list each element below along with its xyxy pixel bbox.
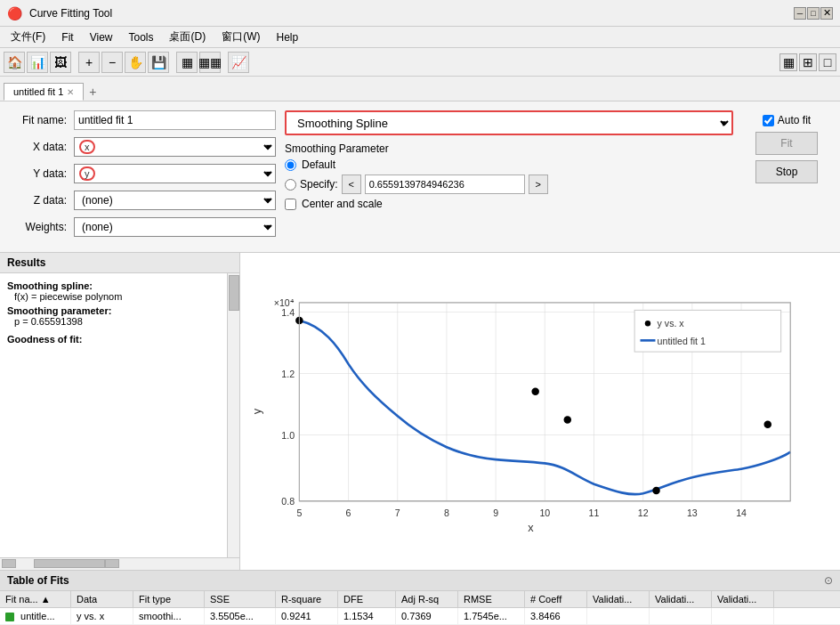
table-row[interactable]: untitle... y vs. x smoothi... 3.5505e...…	[0, 608, 840, 625]
toolbar-grid-btn[interactable]: ▦	[176, 52, 198, 73]
tab-add-btn[interactable]: +	[84, 83, 101, 101]
col-header-vali3[interactable]: Validati...	[712, 591, 774, 607]
toolbar-layout2-btn[interactable]: ⊞	[799, 53, 817, 71]
app-icon: 🔴	[7, 6, 22, 20]
menu-view[interactable]: View	[83, 29, 120, 45]
results-hscroll-thumb[interactable]	[34, 559, 105, 568]
auto-fit-checkbox[interactable]	[763, 115, 774, 126]
x-tick-11: 11	[589, 507, 600, 518]
specify-radio[interactable]	[285, 179, 296, 191]
col-header-data[interactable]: Data	[71, 591, 133, 607]
toolbar-img-btn[interactable]: 🖼	[50, 52, 71, 73]
y-data-select-wrapper: y ▼ y	[74, 164, 276, 183]
fit-button[interactable]: Fit	[755, 132, 818, 155]
default-radio-label[interactable]: Default	[302, 158, 335, 171]
y-data-select[interactable]: y	[74, 164, 276, 183]
col-header-fittype[interactable]: Fit type	[133, 591, 205, 607]
center-scale-checkbox[interactable]	[285, 199, 296, 210]
tab-label: untitled fit 1	[13, 86, 63, 97]
weights-select[interactable]: (none)	[74, 217, 276, 237]
x-data-row: X data: x ▼ x	[9, 137, 276, 157]
chart-svg: y ×10⁴	[247, 260, 833, 563]
col-header-fitname[interactable]: Fit na... ▲	[0, 591, 71, 607]
y-tick-10: 1.0	[281, 430, 295, 441]
toolbar-grid2-btn[interactable]: ▦▦	[199, 52, 221, 73]
fit-type-panel: Smoothing Spline ▼ Smoothing Parameter D…	[285, 110, 733, 243]
menu-tools[interactable]: Tools	[121, 29, 160, 45]
window-controls: ─ □ ✕	[794, 7, 833, 20]
toolbar-pan-btn[interactable]: ✋	[125, 52, 146, 73]
col-header-dfe[interactable]: DFE	[338, 591, 396, 607]
toolbar-chart-btn[interactable]: 📈	[228, 52, 249, 73]
toolbar-data-btn[interactable]: 📊	[27, 52, 48, 73]
restore-btn[interactable]: □	[807, 7, 820, 20]
specify-value-input[interactable]	[365, 175, 525, 194]
x-tick-6: 6	[346, 507, 351, 518]
menu-window[interactable]: 窗口(W)	[214, 28, 267, 46]
bottom-area: Results Smoothing spline: f(x) = piecewi…	[0, 253, 840, 570]
results-line-4: p = 0.65591398	[14, 316, 232, 327]
table-col-headers: Fit na... ▲ Data Fit type SSE R-square D…	[0, 591, 840, 608]
toolbar-layout1-btn[interactable]: ▦	[779, 53, 797, 71]
z-data-label: Z data:	[9, 194, 67, 207]
results-hscrollbar[interactable]	[0, 557, 239, 570]
fit-type-row: Smoothing Spline ▼	[285, 110, 733, 135]
fit-name-row: Fit name:	[9, 110, 276, 130]
col-header-vali2[interactable]: Validati...	[650, 591, 712, 607]
results-header: Results	[0, 253, 239, 273]
col-header-adjrsq[interactable]: Adj R-sq	[396, 591, 458, 607]
menu-file[interactable]: 文件(F)	[4, 28, 52, 46]
results-line-1: Smoothing spline:	[7, 280, 232, 291]
auto-fit-label[interactable]: Auto fit	[778, 114, 811, 126]
cell-vali1	[587, 608, 650, 624]
x-tick-13: 13	[687, 507, 698, 518]
toolbar-new-btn[interactable]: 🏠	[4, 52, 25, 73]
results-hscroll-left-btn[interactable]	[2, 559, 16, 568]
y-tick-14: 1.4	[281, 307, 295, 318]
col-header-sse[interactable]: SSE	[205, 591, 276, 607]
col-header-rmse[interactable]: RMSE	[458, 591, 525, 607]
z-data-row: Z data: (none) ▼	[9, 191, 276, 210]
table-section: Table of Fits ⊙ Fit na... ▲ Data Fit typ…	[0, 570, 840, 625]
results-scrollbar[interactable]	[227, 273, 239, 557]
cell-fittype: smoothi...	[133, 608, 205, 624]
y-tick-08: 0.8	[281, 496, 295, 507]
default-radio[interactable]	[285, 159, 296, 171]
toolbar-zoom-in-btn[interactable]: +	[78, 52, 100, 73]
cell-dfe: 1.1534	[338, 608, 396, 624]
table-header-row: Table of Fits ⊙	[0, 571, 840, 591]
specify-radio-label[interactable]: Specify:	[300, 178, 338, 191]
toolbar-save-btn[interactable]: 💾	[148, 52, 169, 73]
x-tick-9: 9	[493, 507, 498, 518]
toolbar: 🏠 📊 🖼 + − ✋ 💾 ▦ ▦▦ 📈 ▦ ⊞ □	[0, 48, 840, 77]
x-data-select[interactable]: x	[74, 137, 276, 157]
cell-ncoeff: 3.8466	[525, 608, 587, 624]
y-data-label: Y data:	[9, 167, 67, 180]
menu-help[interactable]: Help	[269, 29, 305, 45]
specify-more-btn[interactable]: >	[529, 175, 548, 194]
col-header-ncoeff[interactable]: # Coeff	[525, 591, 587, 607]
menu-fit[interactable]: Fit	[54, 29, 80, 45]
center-scale-label[interactable]: Center and scale	[302, 198, 383, 210]
toolbar-zoom-out-btn[interactable]: −	[101, 52, 123, 73]
col-header-rsquare[interactable]: R-square	[276, 591, 338, 607]
specify-less-btn[interactable]: <	[342, 175, 361, 194]
fit-name-input[interactable]	[74, 110, 276, 130]
z-data-select[interactable]: (none)	[74, 191, 276, 210]
table-expand-icon[interactable]: ⊙	[824, 574, 833, 587]
minimize-btn[interactable]: ─	[794, 7, 806, 20]
toolbar-layout3-btn[interactable]: □	[819, 53, 836, 71]
tab-close-btn[interactable]: ✕	[67, 87, 74, 97]
col-header-vali1[interactable]: Validati...	[587, 591, 650, 607]
close-btn[interactable]: ✕	[820, 7, 833, 20]
results-line-5: Goodness of fit:	[7, 334, 232, 345]
fit-type-select[interactable]: Smoothing Spline	[285, 110, 733, 135]
y-tick-12: 1.2	[281, 369, 295, 379]
tab-untitled-fit-1[interactable]: untitled fit 1 ✕	[4, 83, 84, 101]
results-hscroll-right-btn[interactable]	[105, 559, 119, 568]
stop-button[interactable]: Stop	[755, 160, 818, 183]
results-line-3: Smoothing parameter:	[7, 305, 232, 316]
menu-desktop[interactable]: 桌面(D)	[162, 28, 213, 46]
results-scrollbar-thumb[interactable]	[229, 275, 239, 311]
cell-rmse: 1.7545e...	[458, 608, 525, 624]
